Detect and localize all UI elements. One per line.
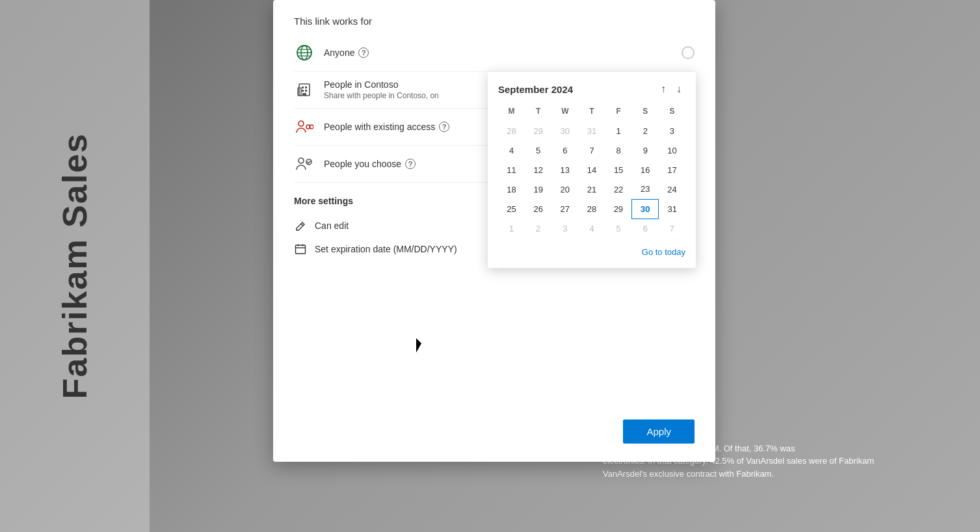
calendar-body: 2829303112345678910111213141516171819202… (498, 121, 685, 238)
anyone-content: Anyone ? (324, 47, 672, 58)
option-anyone[interactable]: Anyone ? (294, 34, 695, 72)
day-header-m: M (498, 104, 525, 121)
dialog-section-title: This link works for (294, 0, 695, 34)
svg-point-12 (298, 121, 304, 126)
cal-nav-buttons: ↑ ↓ (657, 82, 685, 96)
svg-rect-19 (296, 245, 306, 254)
cal-day-5-1[interactable]: 2 (525, 219, 551, 238)
cal-day-4-5[interactable]: 30 (632, 199, 659, 219)
cal-day-3-2[interactable]: 20 (551, 180, 578, 199)
cal-day-0-1[interactable]: 29 (525, 121, 551, 140)
calendar-week-3: 18192021222324 (498, 180, 685, 199)
calendar-grid: M T W T F S S 28293031123456789101112131… (498, 104, 685, 238)
calendar-popup: September 2024 ↑ ↓ M T W T F S S 2829303… (488, 72, 696, 268)
day-header-f: F (605, 104, 632, 121)
svg-rect-9 (305, 90, 307, 92)
cal-day-1-1[interactable]: 5 (525, 140, 551, 160)
calendar-footer: Go to today (498, 246, 685, 258)
anyone-info-icon[interactable]: ? (358, 47, 369, 58)
cal-day-3-5[interactable]: 23 (632, 180, 659, 199)
can-edit-label: Can edit (315, 220, 349, 231)
cal-day-0-2[interactable]: 30 (551, 121, 578, 140)
people-check-icon (294, 153, 315, 174)
cal-day-3-4[interactable]: 22 (605, 180, 632, 199)
cal-day-2-0[interactable]: 11 (498, 160, 525, 180)
cal-day-4-1[interactable]: 26 (525, 199, 551, 219)
choose-info-icon[interactable]: ? (405, 159, 416, 169)
cal-day-0-4[interactable]: 1 (605, 121, 632, 140)
cal-day-5-4[interactable]: 5 (605, 219, 632, 238)
calendar-header: September 2024 ↑ ↓ (498, 82, 685, 96)
existing-info-icon[interactable]: ? (439, 122, 449, 132)
cal-day-1-4[interactable]: 8 (605, 140, 632, 160)
cal-day-0-5[interactable]: 2 (632, 121, 659, 140)
people-link-icon (294, 116, 315, 137)
cal-day-1-6[interactable]: 10 (659, 140, 685, 160)
edit-icon (294, 219, 307, 232)
building-icon (294, 79, 315, 100)
calendar-days-header: M T W T F S S (498, 104, 685, 121)
right-text-3: VanArsdel's exclusive contract with Fabr… (603, 469, 774, 479)
cal-day-0-6[interactable]: 3 (659, 121, 685, 140)
go-today-button[interactable]: Go to today (642, 247, 685, 257)
globe-icon (294, 42, 315, 63)
calendar-week-0: 28293031123 (498, 121, 685, 140)
cal-day-2-4[interactable]: 15 (605, 160, 632, 180)
anyone-label: Anyone ? (324, 47, 672, 58)
cal-prev-button[interactable]: ↑ (657, 82, 670, 96)
cal-day-1-3[interactable]: 7 (578, 140, 605, 160)
svg-point-16 (298, 158, 304, 163)
svg-rect-7 (305, 86, 307, 88)
cal-day-0-0[interactable]: 28 (498, 121, 525, 140)
expiration-label: Set expiration date (MM/DD/YYYY) (315, 244, 457, 254)
cal-day-3-0[interactable]: 18 (498, 180, 525, 199)
calendar-week-5: 1234567 (498, 219, 685, 238)
cal-day-1-2[interactable]: 6 (551, 140, 578, 160)
cal-day-2-2[interactable]: 13 (551, 160, 578, 180)
svg-line-18 (301, 224, 303, 226)
cal-day-5-2[interactable]: 3 (551, 219, 578, 238)
day-header-t2: T (578, 104, 605, 121)
cal-day-4-6[interactable]: 31 (659, 199, 685, 219)
cal-day-3-1[interactable]: 19 (525, 180, 551, 199)
cal-day-1-5[interactable]: 9 (632, 140, 659, 160)
calendar-week-2: 11121314151617 (498, 160, 685, 180)
cal-day-3-6[interactable]: 24 (659, 180, 685, 199)
cal-day-4-4[interactable]: 29 (605, 199, 632, 219)
calendar-icon (294, 243, 307, 256)
cal-day-2-5[interactable]: 16 (632, 160, 659, 180)
calendar-week-1: 45678910 (498, 140, 685, 160)
svg-rect-10 (302, 93, 306, 96)
cal-day-5-0[interactable]: 1 (498, 219, 525, 238)
sidebar-title: Fabrikam Sales (55, 133, 94, 399)
day-header-w: W (551, 104, 578, 121)
day-header-t1: T (525, 104, 551, 121)
apply-button[interactable]: Apply (623, 419, 695, 444)
cal-day-3-3[interactable]: 21 (578, 180, 605, 199)
sidebar: Fabrikam Sales (0, 0, 150, 532)
anyone-radio[interactable] (682, 46, 695, 59)
cal-day-4-2[interactable]: 27 (551, 199, 578, 219)
calendar-week-4: 25262728293031 (498, 199, 685, 219)
cal-day-1-0[interactable]: 4 (498, 140, 525, 160)
cal-day-0-3[interactable]: 31 (578, 121, 605, 140)
cal-day-2-1[interactable]: 12 (525, 160, 551, 180)
day-header-s1: S (632, 104, 659, 121)
cal-day-5-3[interactable]: 4 (578, 219, 605, 238)
cal-day-4-0[interactable]: 25 (498, 199, 525, 219)
svg-rect-6 (302, 86, 304, 88)
svg-rect-8 (302, 90, 304, 92)
cal-next-button[interactable]: ↓ (672, 82, 685, 96)
day-header-s2: S (659, 104, 685, 121)
cal-day-5-6[interactable]: 7 (659, 219, 685, 238)
cal-day-2-6[interactable]: 17 (659, 160, 685, 180)
cal-day-2-3[interactable]: 14 (578, 160, 605, 180)
cal-day-5-5[interactable]: 6 (632, 219, 659, 238)
cal-day-4-3[interactable]: 28 (578, 199, 605, 219)
calendar-month-year: September 2024 (498, 84, 573, 95)
